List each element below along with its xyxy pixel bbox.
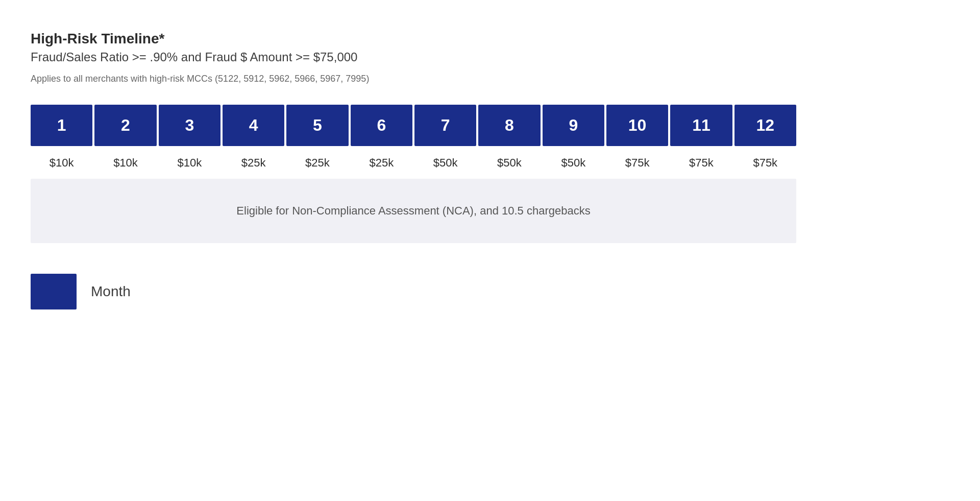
months-row: 123456789101112 — [31, 105, 796, 146]
amount-cell-7: $50k — [414, 152, 476, 174]
month-cell-7: 7 — [414, 105, 476, 146]
month-cell-6: 6 — [351, 105, 412, 146]
amount-cell-6: $25k — [351, 152, 412, 174]
amount-cell-5: $25k — [286, 152, 348, 174]
month-cell-10: 10 — [606, 105, 668, 146]
month-cell-3: 3 — [159, 105, 220, 146]
amount-cell-2: $10k — [94, 152, 156, 174]
amount-cell-9: $50k — [543, 152, 604, 174]
amount-cell-1: $10k — [31, 152, 92, 174]
amounts-row: $10k$10k$10k$25k$25k$25k$50k$50k$50k$75k… — [31, 152, 796, 174]
month-cell-2: 2 — [94, 105, 156, 146]
amount-cell-4: $25k — [223, 152, 284, 174]
amount-cell-8: $50k — [478, 152, 540, 174]
month-cell-5: 5 — [286, 105, 348, 146]
timeline-wrapper: 123456789101112 $10k$10k$10k$25k$25k$25k… — [31, 105, 796, 243]
month-cell-12: 12 — [734, 105, 796, 146]
legend-label: Month — [91, 283, 131, 300]
amount-cell-10: $75k — [606, 152, 668, 174]
month-cell-9: 9 — [543, 105, 604, 146]
amount-cell-11: $75k — [670, 152, 732, 174]
page-container: High-Risk Timeline* Fraud/Sales Ratio >=… — [31, 31, 796, 309]
subtitle: Fraud/Sales Ratio >= .90% and Fraud $ Am… — [31, 50, 796, 64]
legend: Month — [31, 274, 796, 309]
month-cell-8: 8 — [478, 105, 540, 146]
month-cell-4: 4 — [223, 105, 284, 146]
month-cell-1: 1 — [31, 105, 92, 146]
amount-cell-12: $75k — [734, 152, 796, 174]
applies-text: Applies to all merchants with high-risk … — [31, 74, 796, 84]
month-cell-11: 11 — [670, 105, 732, 146]
page-title: High-Risk Timeline* — [31, 31, 796, 47]
nca-text: Eligible for Non-Compliance Assessment (… — [236, 204, 590, 217]
nca-box: Eligible for Non-Compliance Assessment (… — [31, 179, 796, 243]
amount-cell-3: $10k — [159, 152, 220, 174]
legend-color-box — [31, 274, 77, 309]
